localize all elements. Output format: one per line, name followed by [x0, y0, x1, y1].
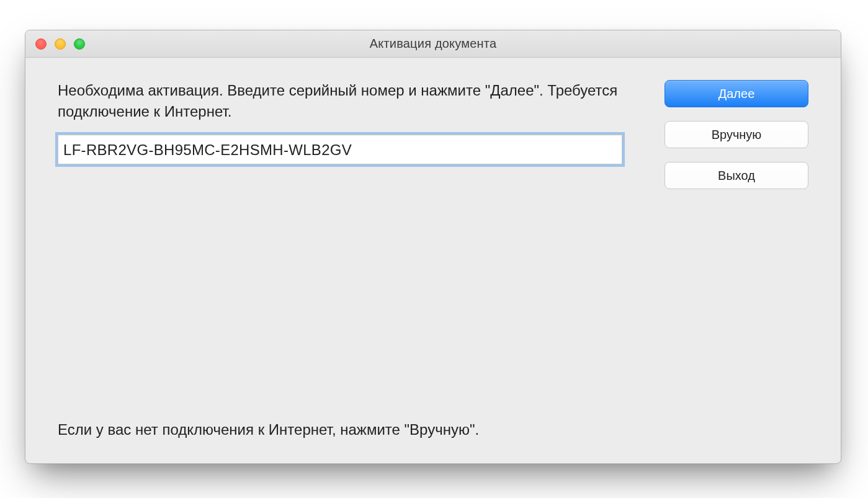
serial-input[interactable] — [58, 135, 622, 164]
button-column: Далее Вручную Выход — [664, 80, 808, 189]
content-area: Необходима активация. Введите серийный н… — [25, 58, 841, 463]
zoom-icon[interactable] — [74, 38, 85, 50]
exit-button[interactable]: Выход — [664, 162, 808, 189]
manual-button[interactable]: Вручную — [664, 121, 808, 148]
serial-field-wrap — [58, 135, 622, 164]
close-icon[interactable] — [35, 38, 47, 50]
next-button[interactable]: Далее — [664, 80, 808, 107]
left-column: Необходима активация. Введите серийный н… — [58, 80, 622, 164]
window-controls — [35, 38, 85, 50]
instructions-text: Необходима активация. Введите серийный н… — [58, 80, 622, 122]
window-title: Активация документа — [25, 37, 841, 51]
footer-note: Если у вас нет подключения к Интернет, н… — [58, 421, 479, 438]
activation-window: Активация документа Необходима активация… — [25, 30, 841, 464]
minimize-icon[interactable] — [55, 38, 66, 50]
titlebar: Активация документа — [25, 30, 841, 58]
